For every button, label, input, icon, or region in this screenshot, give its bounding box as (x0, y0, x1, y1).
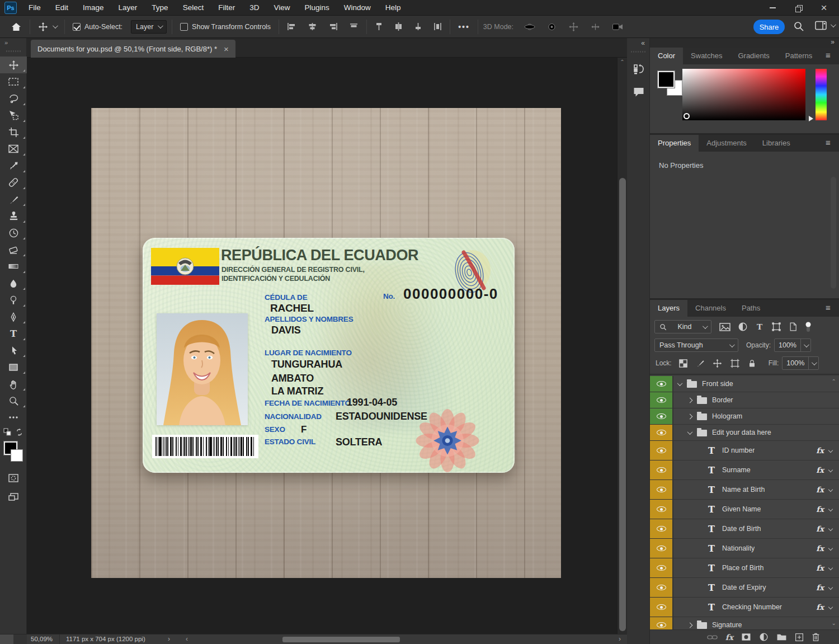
chevron-down-icon[interactable] (828, 487, 833, 492)
menu-item[interactable]: Filter (211, 0, 242, 16)
hue-slider[interactable] (816, 69, 827, 120)
layer-row[interactable]: Front side (650, 376, 839, 392)
layer-visibility-toggle[interactable] (650, 392, 673, 408)
align-right-edges-button[interactable] (326, 21, 341, 32)
link-layers-button[interactable] (707, 634, 718, 641)
layer-name[interactable]: ID number (722, 446, 755, 454)
panel-menu-icon[interactable] (826, 51, 835, 59)
chevron-down-icon[interactable] (828, 448, 833, 453)
foreground-background-colors[interactable] (0, 440, 27, 466)
3d-orbit-button[interactable] (521, 20, 538, 34)
layer-name[interactable]: Hologram (712, 412, 742, 420)
layer-row[interactable]: Border (650, 392, 839, 408)
layers-scroll-down-icon[interactable]: ⌄ (832, 620, 836, 626)
gradient-tool[interactable] (0, 258, 27, 275)
rectangle-tool[interactable] (0, 359, 27, 375)
menu-item[interactable]: Help (378, 0, 408, 16)
layer-visibility-toggle[interactable] (650, 539, 673, 558)
auto-select-checkbox[interactable]: Auto-Select: (70, 21, 125, 32)
layer-effects-badge[interactable] (816, 524, 824, 534)
menu-item[interactable]: Plugins (297, 0, 336, 16)
3d-camera-button[interactable] (609, 21, 626, 33)
chevron-down-icon[interactable] (828, 566, 833, 570)
object-selection-tool[interactable] (0, 107, 27, 124)
layer-name[interactable]: Checking Nnumber (722, 603, 782, 611)
layer-visibility-toggle[interactable] (650, 598, 673, 617)
menu-item[interactable]: Window (337, 0, 378, 16)
3d-slide-button[interactable] (587, 20, 604, 34)
menu-item[interactable]: File (21, 0, 48, 16)
layer-name[interactable]: Name at Birth (722, 486, 765, 493)
spot-healing-brush-tool[interactable] (0, 174, 27, 191)
toolbar-grip[interactable] (6, 50, 21, 52)
layer-row[interactable]: Hologram (650, 408, 839, 425)
zoom-tool[interactable] (0, 392, 27, 409)
panel-menu-icon[interactable] (826, 139, 835, 147)
history-brush-tool[interactable] (0, 224, 27, 241)
group-expand-toggle[interactable] (687, 413, 693, 419)
layer-row[interactable]: Signature (650, 617, 839, 629)
chevron-down-icon[interactable] (828, 527, 833, 531)
tab-paths[interactable]: Paths (734, 300, 768, 317)
3d-pan-button[interactable] (565, 20, 582, 34)
menu-item[interactable]: 3D (242, 0, 266, 16)
layer-row-main[interactable]: Edit your data here (673, 425, 839, 440)
layer-visibility-toggle[interactable] (650, 408, 673, 424)
3d-roll-button[interactable] (544, 20, 560, 34)
saturation-brightness-field[interactable] (682, 69, 805, 120)
menu-item[interactable]: View (266, 0, 297, 16)
layer-visibility-toggle[interactable] (650, 376, 673, 392)
tab-layers[interactable]: Layers (650, 300, 687, 317)
layer-visibility-toggle[interactable] (650, 617, 673, 629)
delete-layer-button[interactable] (812, 632, 820, 642)
menu-item[interactable]: Type (144, 0, 175, 16)
layer-effects-badge[interactable] (816, 504, 824, 514)
history-panel-button[interactable] (627, 58, 650, 81)
auto-select-target-dropdown[interactable]: Layer (131, 20, 167, 34)
tab-libraries[interactable]: Libraries (755, 135, 798, 152)
chevron-down-icon[interactable] (828, 605, 833, 609)
layer-row-main[interactable]: Name at Birth (673, 480, 839, 499)
layer-name[interactable]: Edit your data here (712, 429, 771, 436)
layer-row-main[interactable]: Signature (673, 617, 839, 629)
add-layer-mask-button[interactable] (741, 633, 751, 641)
layer-name[interactable]: Nationality (722, 544, 755, 552)
layer-effects-badge[interactable] (816, 485, 824, 495)
layer-visibility-toggle[interactable] (650, 425, 673, 440)
hand-tool[interactable] (0, 375, 27, 392)
layer-visibility-toggle[interactable] (650, 578, 673, 597)
align-left-edges-button[interactable] (284, 21, 299, 32)
layer-row[interactable]: Checking Nnumber (650, 598, 839, 617)
eraser-tool[interactable] (0, 241, 27, 258)
panel-menu-icon[interactable] (826, 304, 835, 312)
blur-tool[interactable] (0, 275, 27, 292)
new-group-button[interactable] (776, 633, 787, 641)
layer-visibility-toggle[interactable] (650, 441, 673, 460)
distribute-top-button[interactable] (372, 20, 386, 33)
foreground-color-swatch[interactable] (658, 71, 675, 88)
horizontal-scroll-thumb[interactable] (282, 637, 400, 642)
layer-effects-badge[interactable] (816, 563, 824, 573)
chevron-down-icon[interactable] (828, 585, 833, 590)
filter-pixel-layers-button[interactable] (719, 322, 730, 332)
status-info-arrow[interactable]: › (168, 635, 170, 643)
blend-mode-dropdown[interactable]: Pass Through (654, 339, 738, 352)
tab-close-icon[interactable]: × (224, 45, 229, 53)
menu-item[interactable]: Image (76, 0, 111, 16)
tab-patterns[interactable]: Patterns (777, 48, 820, 64)
home-button[interactable] (8, 20, 25, 34)
screen-mode-button[interactable] (0, 488, 27, 505)
comments-panel-button[interactable] (627, 81, 650, 103)
document-tab[interactable]: Documents for you.psd @ 50,1% (Front sid… (31, 40, 235, 58)
move-tool-preset[interactable] (35, 20, 59, 34)
filter-shape-layers-button[interactable] (771, 322, 781, 332)
lock-position-button[interactable] (713, 359, 722, 368)
tab-color[interactable]: Color (650, 48, 683, 64)
menu-item[interactable]: Select (176, 0, 211, 16)
properties-scrollbar[interactable] (831, 177, 836, 289)
filter-type-layers-button[interactable]: T (755, 322, 764, 332)
move-tool[interactable] (0, 57, 27, 73)
layer-effects-badge[interactable] (816, 445, 824, 455)
distribute-horizontal-button[interactable] (431, 20, 445, 33)
close-button[interactable] (811, 0, 837, 16)
